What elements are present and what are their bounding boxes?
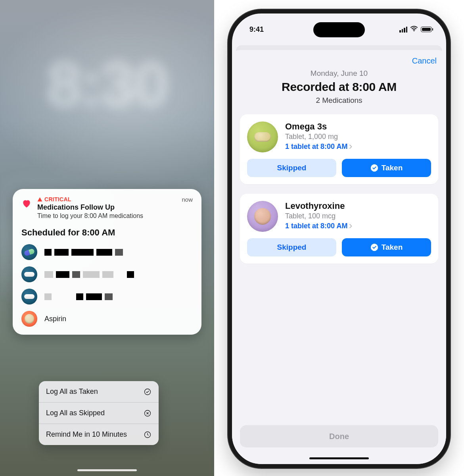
check-circle-fill-icon — [370, 164, 378, 172]
phone-frame: 9:41 Cancel Monday, June 10 Recorded at … — [228, 10, 450, 468]
wifi-icon — [410, 25, 418, 34]
notification-subtitle: Time to log your 8:00 AM medications — [37, 212, 182, 220]
notification-timestamp: now — [182, 196, 193, 203]
medication-row — [21, 244, 193, 260]
sheet-medication-count: 2 Medications — [240, 96, 438, 105]
lock-screen-panel: 8:30 CRITICAL Medications Follow Up Time… — [0, 0, 214, 476]
redacted-medication-name — [44, 293, 113, 300]
chevron-right-icon — [349, 144, 352, 149]
action-label: Remind Me in 10 Minutes — [46, 430, 127, 439]
medication-form: Tablet, 1,000 mg — [285, 133, 431, 141]
redacted-medication-name — [44, 249, 123, 256]
medication-card: Omega 3s Tablet, 1,000 mg 1 tablet at 8:… — [240, 114, 438, 184]
log-all-taken-action[interactable]: Log All as Taken — [39, 381, 159, 403]
notification-title: Medications Follow Up — [37, 203, 182, 212]
remind-later-action[interactable]: Remind Me in 10 Minutes — [39, 424, 159, 445]
capsule-icon — [21, 244, 37, 260]
done-button[interactable]: Done — [240, 425, 438, 447]
dynamic-island — [313, 22, 365, 37]
chevron-right-icon — [349, 224, 352, 229]
cellular-signal-icon — [399, 27, 407, 33]
pill-icon — [21, 266, 37, 282]
critical-badge: CRITICAL — [37, 196, 182, 202]
medication-schedule-link[interactable]: 1 tablet at 8:00 AM — [285, 143, 431, 151]
check-circle-fill-icon — [370, 243, 378, 251]
medications-notification[interactable]: CRITICAL Medications Follow Up Time to l… — [13, 189, 201, 335]
x-circle-icon — [144, 409, 151, 417]
medication-row — [21, 266, 193, 282]
skipped-button[interactable]: Skipped — [247, 159, 336, 177]
medication-schedule-link[interactable]: 1 tablet at 8:00 AM — [285, 222, 431, 230]
phone-panel: 9:41 Cancel Monday, June 10 Recorded at … — [214, 0, 464, 476]
sheet-date: Monday, June 10 — [240, 69, 438, 78]
clock-icon — [144, 431, 151, 439]
health-heart-icon — [21, 198, 32, 209]
medication-card: Levothyroxine Tablet, 100 mcg 1 tablet a… — [240, 194, 438, 264]
medication-name: Omega 3s — [285, 121, 431, 132]
critical-label: CRITICAL — [44, 196, 71, 202]
home-indicator[interactable] — [309, 457, 369, 459]
tablet-icon — [21, 311, 37, 327]
medication-name: Levothyroxine — [285, 201, 431, 211]
log-all-skipped-action[interactable]: Log All as Skipped — [39, 403, 159, 424]
taken-button[interactable]: Taken — [342, 238, 431, 256]
cancel-button[interactable]: Cancel — [412, 56, 437, 66]
notification-action-menu: Log All as Taken Log All as Skipped Remi… — [39, 381, 159, 445]
medication-badge-icon — [247, 121, 278, 152]
medications-sheet: Cancel Monday, June 10 Recorded at 8:00 … — [232, 50, 446, 464]
notification-header: CRITICAL Medications Follow Up Time to l… — [21, 196, 193, 220]
skipped-button[interactable]: Skipped — [247, 238, 336, 256]
medication-row — [21, 289, 193, 304]
lock-time: 8:30 — [0, 48, 214, 121]
sheet-title: Recorded at 8:00 AM — [240, 80, 438, 94]
medication-row: Aspirin — [21, 311, 193, 327]
check-circle-icon — [144, 388, 151, 396]
status-time: 9:41 — [249, 25, 264, 34]
action-label: Log All as Skipped — [46, 409, 105, 417]
pill-icon — [21, 289, 37, 304]
schedule-heading: Scheduled for 8:00 AM — [21, 227, 193, 238]
medication-badge-icon — [247, 201, 278, 232]
action-label: Log All as Taken — [46, 387, 98, 396]
battery-icon — [421, 27, 432, 32]
medication-form: Tablet, 100 mcg — [285, 212, 431, 220]
home-indicator[interactable] — [77, 469, 137, 471]
redacted-medication-name — [44, 271, 134, 278]
medication-name: Aspirin — [44, 315, 66, 323]
taken-button[interactable]: Taken — [342, 159, 431, 177]
